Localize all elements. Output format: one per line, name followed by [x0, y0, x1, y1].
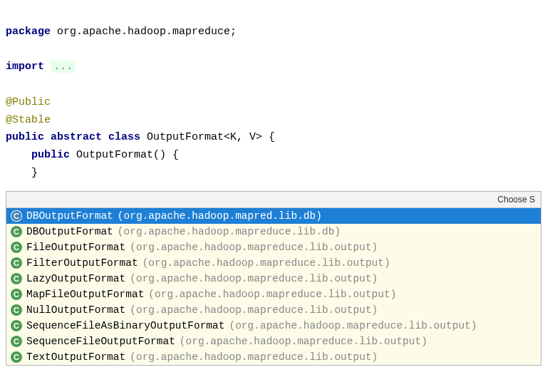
completion-class-name: NullOutputFormat — [26, 304, 125, 316]
completion-package: (org.apache.hadoop.mapreduce.lib.db) — [118, 226, 341, 237]
popup-header: Choose S — [6, 192, 541, 208]
completion-class-name: DBOutputFormat — [26, 226, 113, 237]
completion-item[interactable]: CLazyOutputFormat (org.apache.hadoop.map… — [6, 271, 541, 287]
completion-item[interactable]: CSequenceFileAsBinaryOutputFormat (org.a… — [6, 318, 541, 334]
completion-package: (org.apache.hadoop.mapred.lib.db) — [118, 210, 322, 222]
completion-item[interactable]: CMapFileOutputFormat (org.apache.hadoop.… — [6, 287, 541, 302]
ctor-close-brace: } — [6, 167, 38, 179]
completion-package: (org.apache.hadoop.mapreduce.lib.output) — [180, 336, 427, 347]
completion-class-name: SequenceFileAsBinaryOutputFormat — [26, 320, 224, 331]
import-fold[interactable]: ... — [51, 61, 76, 73]
class-icon: C — [11, 273, 22, 284]
class-icon: C — [11, 351, 22, 363]
keyword-import: import — [6, 61, 44, 73]
completion-popup: Choose S CDBOutputFormat (org.apache.had… — [6, 191, 541, 366]
completion-list[interactable]: CDBOutputFormat (org.apache.hadoop.mapre… — [6, 208, 541, 365]
completion-package: (org.apache.hadoop.mapreduce.lib.output) — [229, 320, 477, 331]
class-modifiers: public abstract class — [6, 131, 140, 143]
completion-package: (org.apache.hadoop.mapreduce.lib.output) — [130, 351, 378, 363]
class-icon: C — [11, 304, 22, 316]
completion-item[interactable]: CTextOutputFormat (org.apache.hadoop.map… — [6, 349, 541, 365]
class-icon: C — [11, 242, 22, 253]
annotation-public: @Public — [6, 96, 51, 108]
ctor-signature: OutputFormat() { — [70, 149, 179, 161]
completion-package: (org.apache.hadoop.mapreduce.lib.output) — [130, 304, 378, 316]
class-icon: C — [11, 210, 22, 222]
class-icon: C — [11, 257, 22, 269]
keyword-package: package — [6, 26, 51, 38]
package-name: org.apache.hadoop.mapreduce; — [51, 26, 237, 38]
completion-item[interactable]: CNullOutputFormat (org.apache.hadoop.map… — [6, 302, 541, 318]
completion-package: (org.apache.hadoop.mapreduce.lib.output) — [142, 257, 390, 269]
class-icon: C — [11, 289, 22, 300]
completion-class-name: DBOutputFormat — [26, 210, 113, 222]
class-icon: C — [11, 336, 22, 347]
completion-class-name: TextOutputFormat — [26, 351, 125, 363]
completion-class-name: FileOutputFormat — [26, 242, 125, 253]
completion-package: (org.apache.hadoop.mapreduce.lib.output) — [148, 289, 396, 300]
class-signature: OutputFormat<K, V> { — [140, 131, 275, 143]
class-icon: C — [11, 320, 22, 331]
completion-package: (org.apache.hadoop.mapreduce.lib.output) — [130, 273, 378, 284]
completion-class-name: SequenceFileOutputFormat — [26, 336, 175, 347]
completion-item[interactable]: CSequenceFileOutputFormat (org.apache.ha… — [6, 334, 541, 349]
completion-class-name: MapFileOutputFormat — [26, 289, 144, 300]
ctor-modifier: public — [31, 149, 70, 161]
completion-class-name: LazyOutputFormat — [26, 273, 125, 284]
completion-item[interactable]: CFileOutputFormat (org.apache.hadoop.map… — [6, 239, 541, 255]
completion-item[interactable]: CDBOutputFormat (org.apache.hadoop.mapre… — [6, 224, 541, 239]
completion-item[interactable]: CFilterOutputFormat (org.apache.hadoop.m… — [6, 255, 541, 271]
annotation-stable: @Stable — [6, 114, 51, 126]
completion-package: (org.apache.hadoop.mapreduce.lib.output) — [130, 242, 378, 253]
completion-class-name: FilterOutputFormat — [26, 257, 138, 269]
code-editor[interactable]: package org.apache.hadoop.mapreduce; imp… — [0, 0, 545, 182]
class-icon: C — [11, 226, 22, 237]
completion-item[interactable]: CDBOutputFormat (org.apache.hadoop.mapre… — [6, 208, 541, 224]
